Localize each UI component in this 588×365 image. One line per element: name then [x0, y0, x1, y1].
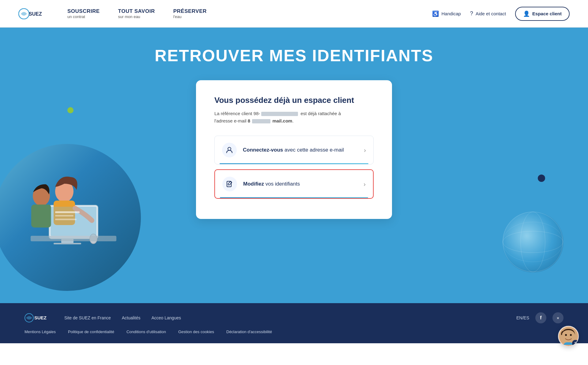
email-redacted [252, 119, 270, 123]
footer-link-acceo[interactable]: Acceo Langues [151, 315, 181, 320]
aide-label: Aide et contact [476, 11, 506, 16]
svg-rect-14 [55, 215, 74, 216]
footer-top: SUEZ Site de SUEZ en France Actualités A… [24, 312, 564, 323]
svg-point-16 [503, 212, 563, 272]
svg-rect-12 [51, 207, 96, 236]
svg-rect-11 [31, 236, 116, 241]
main-section: RETROUVER MES IDENTIFIANTS Vous possédez… [0, 28, 588, 303]
nav-preserver[interactable]: PRÉSERVER l'eau [173, 8, 207, 19]
aide-icon: ? [470, 10, 473, 17]
photo-circle [0, 144, 141, 291]
card-title: Vous possédez déjà un espace client [214, 96, 374, 105]
svg-point-17 [521, 212, 545, 272]
svg-point-25 [565, 334, 567, 336]
espace-client-button[interactable]: 👤 Espace client [515, 7, 570, 21]
option1-bottom-line [220, 163, 368, 164]
handicap-label: Handicap [441, 11, 461, 16]
footer: SUEZ Site de SUEZ en France Actualités A… [0, 303, 588, 343]
nav-tout-savoir-sub: sur mon eau [118, 14, 155, 19]
svg-point-18 [503, 231, 563, 253]
nav-preserver-sub: l'eau [173, 14, 207, 19]
aide-contact-link[interactable]: ? Aide et contact [470, 10, 506, 17]
chat-widget[interactable]: ? [558, 326, 579, 347]
suez-footer-logo: SUEZ [24, 313, 52, 323]
card-desc-redacted [261, 112, 298, 116]
connect-option-bold: Connectez-vous [243, 147, 283, 153]
espace-client-label: Espace client [532, 11, 562, 16]
footer-link-actualites[interactable]: Actualités [122, 315, 141, 320]
card-desc-email: l'adresse e-mail 8 [214, 118, 250, 123]
card-desc-part2: est déjà rattachée à [300, 111, 341, 116]
nav-souscrire-main: SOUSCRIRE [67, 8, 100, 14]
card-description: La référence client 98- est déjà rattach… [214, 110, 374, 125]
svg-rect-15 [55, 219, 77, 220]
edit-icon-option2 [222, 177, 237, 191]
deco-globe [502, 211, 564, 273]
nav-preserver-main: PRÉSERVER [173, 8, 207, 14]
user-icon-option1 [222, 143, 237, 157]
main-nav: SOUSCRIRE un contrat TOUT SAVOIR sur mon… [67, 8, 432, 19]
footer-right: EN/ES f ✕ [516, 312, 564, 323]
deco-dot-green [67, 107, 74, 113]
svg-rect-9 [31, 205, 51, 228]
connect-option-text: Connectez-vous avec cette adresse e-mail [243, 147, 358, 153]
svg-rect-13 [55, 211, 80, 213]
footer-lang[interactable]: EN/ES [516, 315, 529, 320]
handicap-icon: ♿ [432, 10, 439, 17]
svg-point-19 [503, 222, 563, 262]
footer-links: Site de SUEZ en France Actualités Acceo … [64, 315, 504, 320]
connect-option-rest: avec cette adresse e-mail [283, 147, 344, 153]
footer-bottom: Mentions Légales Politique de confidenti… [24, 329, 564, 334]
deco-dot-blue [538, 175, 545, 182]
svg-text:SUEZ: SUEZ [29, 11, 42, 17]
nav-tout-savoir[interactable]: TOUT SAVOIR sur mon eau [118, 8, 155, 19]
footer-link-site-suez[interactable]: Site de SUEZ en France [64, 315, 111, 320]
chat-question-mark: ? [572, 340, 579, 347]
modify-option-button[interactable]: Modifiez vos identifiants › [214, 169, 374, 199]
nav-tout-savoir-main: TOUT SAVOIR [118, 8, 155, 14]
card-desc-part1: La référence client 98- [214, 111, 260, 116]
nav-souscrire-sub: un contrat [67, 14, 100, 19]
svg-text:SUEZ: SUEZ [34, 315, 47, 320]
footer-accessibilite[interactable]: Déclaration d'accessibilité [226, 329, 272, 334]
handicap-link[interactable]: ♿ Handicap [432, 10, 461, 17]
email-suffix: mail.com [272, 118, 292, 123]
modify-option-bold: Modifiez [243, 181, 264, 187]
chevron-right-icon-1: › [364, 147, 366, 154]
svg-point-26 [570, 334, 572, 336]
footer-mentions-legales[interactable]: Mentions Légales [24, 329, 56, 334]
connect-option-button[interactable]: Connectez-vous avec cette adresse e-mail… [214, 136, 374, 164]
main-card: Vous possédez déjà un espace client La r… [196, 80, 392, 219]
header: SUEZ SOUSCRIRE un contrat TOUT SAVOIR su… [0, 0, 588, 28]
option2-bottom-line [220, 197, 368, 198]
chevron-right-icon-2: › [364, 181, 366, 188]
suez-header-logo[interactable]: SUEZ [18, 8, 43, 20]
x-twitter-icon[interactable]: ✕ [552, 312, 564, 323]
modify-option-rest: vos identifiants [264, 181, 300, 187]
footer-cookies[interactable]: Gestion des cookies [178, 329, 214, 334]
svg-point-20 [228, 147, 231, 150]
footer-confidentialite[interactable]: Politique de confidentialité [68, 329, 114, 334]
facebook-icon[interactable]: f [535, 312, 546, 323]
header-right: ♿ Handicap ? Aide et contact 👤 Espace cl… [432, 7, 570, 21]
nav-souscrire[interactable]: SOUSCRIRE un contrat [67, 8, 100, 19]
modify-option-text: Modifiez vos identifiants [243, 181, 357, 187]
page-title: RETROUVER MES IDENTIFIANTS [155, 46, 433, 65]
svg-rect-5 [54, 243, 81, 244]
footer-conditions[interactable]: Conditions d'utilisation [126, 329, 166, 334]
chat-avatar: ? [559, 326, 578, 346]
user-icon: 👤 [523, 10, 530, 17]
